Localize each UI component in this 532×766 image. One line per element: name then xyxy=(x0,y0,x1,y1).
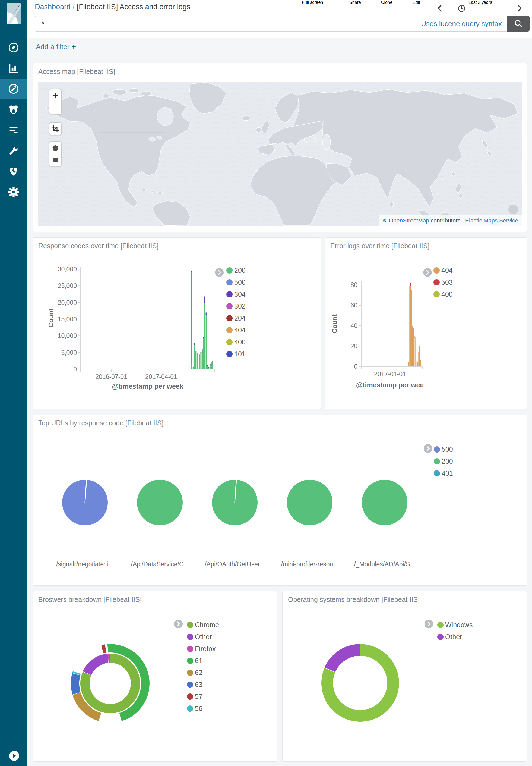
osm-link[interactable]: OpenStreetMap xyxy=(389,217,429,224)
bar-segment-200[interactable] xyxy=(203,338,204,369)
pie-chart[interactable] xyxy=(62,480,108,525)
legend-item[interactable]: 200 xyxy=(226,266,246,274)
search-button[interactable] xyxy=(507,16,530,31)
legend-item[interactable]: 500 xyxy=(434,446,453,453)
legend-item[interactable]: Windows xyxy=(437,621,473,629)
sidebar-item-dev-tools[interactable] xyxy=(0,140,27,161)
sidebar-collapse-button[interactable] xyxy=(9,751,19,761)
error-logs-chart[interactable]: 0204060802017-01-01Count@timestamp per w… xyxy=(325,238,527,409)
legend-toggle-button[interactable] xyxy=(423,268,432,277)
bar-segment-302[interactable] xyxy=(195,351,196,351)
response-codes-chart[interactable]: 05,00010,00015,00020,00025,00030,0002016… xyxy=(33,238,321,409)
legend-item[interactable]: 63 xyxy=(187,681,219,689)
legend-item[interactable]: 404 xyxy=(433,266,453,274)
bar-segment-200[interactable] xyxy=(202,349,203,369)
kibana-logo[interactable] xyxy=(0,0,27,27)
legend-item[interactable]: 401 xyxy=(434,470,453,477)
bar-segment-302[interactable] xyxy=(202,348,203,349)
bar-segment-200[interactable] xyxy=(210,364,211,369)
legend-toggle-button[interactable] xyxy=(174,620,183,628)
legend-item[interactable]: 500 xyxy=(226,278,246,286)
pie-chart[interactable] xyxy=(212,480,258,525)
bar-segment-404[interactable] xyxy=(420,360,421,367)
bar-segment-200[interactable] xyxy=(206,315,207,369)
bar-segment-304[interactable] xyxy=(194,343,195,345)
edit-button[interactable]: Edit xyxy=(413,0,420,5)
time-back-button[interactable] xyxy=(438,4,442,12)
bar-segment-304[interactable] xyxy=(210,364,211,364)
bar-segment-304[interactable] xyxy=(208,367,209,368)
bar-segment-200[interactable] xyxy=(194,345,195,369)
bar-segment-200[interactable] xyxy=(207,366,208,369)
rectangle-draw-button[interactable] xyxy=(49,154,61,166)
bar-segment-200[interactable] xyxy=(204,303,205,369)
bar-segment-304[interactable] xyxy=(206,312,207,315)
os-donut[interactable] xyxy=(319,642,401,724)
sidebar-item-dashboard[interactable] xyxy=(0,78,27,99)
legend-item[interactable]: Chrome xyxy=(187,621,219,629)
sidebar-item-discover[interactable] xyxy=(0,37,27,58)
legend-item[interactable]: 503 xyxy=(433,278,453,286)
donut-segment-Other[interactable] xyxy=(325,644,360,672)
legend-item[interactable]: 400 xyxy=(226,338,246,346)
bar-segment-304[interactable] xyxy=(204,296,205,304)
map-zoom-out-button[interactable]: − xyxy=(49,102,61,114)
bar-segment-404[interactable] xyxy=(409,286,410,366)
donut-segment-57[interactable] xyxy=(101,644,106,653)
legend-item[interactable]: 61 xyxy=(187,657,219,665)
bar-segment-404[interactable] xyxy=(419,346,420,366)
lucene-syntax-link[interactable]: Uses lucene query syntax xyxy=(421,20,507,28)
legend-item[interactable]: 57 xyxy=(187,693,219,701)
full-screen-button[interactable]: Full screen xyxy=(302,0,323,5)
bar-segment-503[interactable] xyxy=(410,283,411,286)
pie-chart[interactable] xyxy=(287,480,333,525)
ems-link[interactable]: Elastic Maps Service xyxy=(465,217,518,224)
bar-segment-404[interactable] xyxy=(415,337,416,366)
bar-segment-304[interactable] xyxy=(203,337,204,338)
legend-toggle-button[interactable] xyxy=(215,268,224,277)
legend-item[interactable]: Other xyxy=(437,633,473,641)
time-range-label[interactable]: Last 2 years xyxy=(468,0,492,5)
bar-segment-404[interactable] xyxy=(410,286,411,366)
bar-segment-404[interactable] xyxy=(417,362,418,366)
bar-segment-200[interactable] xyxy=(211,362,212,369)
legend-item[interactable]: 400 xyxy=(433,290,453,298)
legend-item[interactable]: 404 xyxy=(226,326,246,334)
sidebar-item-timelion[interactable] xyxy=(0,99,27,120)
bar-segment-200[interactable] xyxy=(193,368,194,369)
bar-segment-503[interactable] xyxy=(414,336,415,338)
bar-segment-404[interactable] xyxy=(413,328,414,367)
legend-item[interactable]: Other xyxy=(187,633,219,641)
legend-item[interactable]: Firefox xyxy=(187,645,219,653)
pie-chart[interactable] xyxy=(137,480,183,525)
map-zoom-in-button[interactable]: + xyxy=(49,89,61,102)
bar-segment-404[interactable] xyxy=(414,340,415,367)
legend-item[interactable]: 304 xyxy=(226,290,246,298)
legend-item[interactable]: 200 xyxy=(434,458,453,465)
pie-chart[interactable] xyxy=(362,480,407,525)
browsers-donut[interactable] xyxy=(69,643,151,724)
crop-icon[interactable] xyxy=(49,122,61,135)
bar-segment-200[interactable] xyxy=(191,364,192,369)
search-input[interactable] xyxy=(35,19,421,28)
add-filter-button[interactable]: Add a filter + xyxy=(36,42,76,51)
donut-segment-Other[interactable] xyxy=(83,654,108,675)
breadcrumb-dashboard-link[interactable]: Dashboard xyxy=(35,3,71,11)
time-forward-button[interactable] xyxy=(517,4,522,12)
legend-item[interactable]: 302 xyxy=(226,302,246,310)
sidebar-item-visualize[interactable] xyxy=(0,58,27,78)
legend-toggle-button[interactable] xyxy=(424,444,432,453)
bar-segment-404[interactable] xyxy=(412,326,413,366)
sidebar-item-logs[interactable] xyxy=(0,120,27,140)
bar-segment-304[interactable] xyxy=(200,352,201,352)
bar-segment-200[interactable] xyxy=(197,353,198,369)
bar-segment-400[interactable] xyxy=(414,338,415,340)
legend-item[interactable]: 56 xyxy=(187,705,219,713)
donut-segment-63[interactable] xyxy=(71,673,81,694)
share-button[interactable]: Share xyxy=(349,0,361,5)
bar-segment-200[interactable] xyxy=(212,362,213,369)
bar-segment-304[interactable] xyxy=(199,355,200,355)
bar-segment-304[interactable] xyxy=(207,365,208,366)
time-picker[interactable] xyxy=(458,4,466,12)
bar-segment-404[interactable] xyxy=(409,362,409,366)
